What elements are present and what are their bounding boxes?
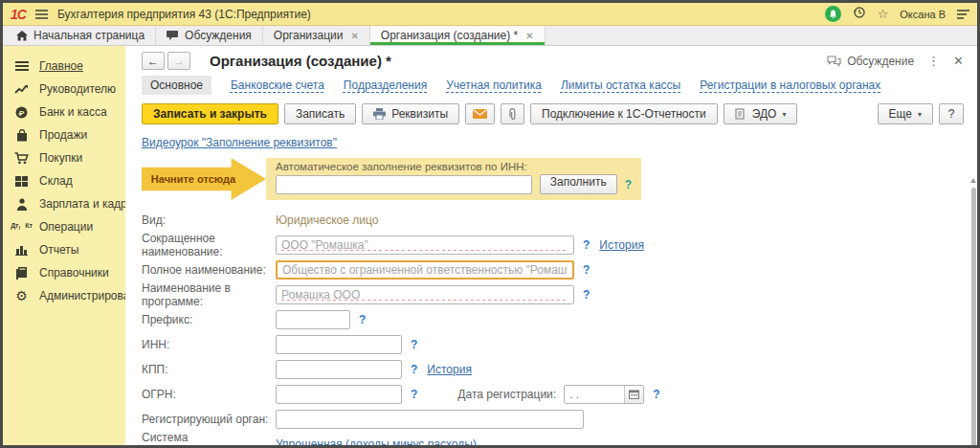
- sidebar-item-warehouse[interactable]: Склад: [3, 169, 125, 192]
- title-bar: 1С Бухгалтерия предприятия 43 (1С:Предпр…: [3, 3, 977, 26]
- user-name[interactable]: Оксана В: [900, 9, 946, 20]
- help-question-icon[interactable]: ?: [411, 338, 417, 351]
- tab-accounting-policy[interactable]: Учетная политика: [446, 78, 542, 92]
- field-row-kind: Вид: Юридическое лицо: [142, 208, 964, 233]
- edo-button[interactable]: ЭДО ▾: [724, 103, 798, 124]
- field-row-reg-organ: Регистрирующий орган:: [142, 407, 964, 432]
- form-content: ← → Организация (создание) * Обсуждение …: [125, 46, 977, 445]
- inn-autofill-label: Автоматическое заполнение реквизитов по …: [276, 161, 632, 172]
- history-icon[interactable]: [853, 6, 866, 23]
- full-name-input[interactable]: [276, 260, 574, 280]
- 1c-logo: 1С: [11, 7, 26, 22]
- ogrn-input[interactable]: [276, 385, 402, 404]
- prefix-input[interactable]: [276, 310, 350, 329]
- tax-system-link[interactable]: Упрощенная (доходы минус расходы): [276, 437, 477, 445]
- page-title: Организация (создание) *: [210, 53, 391, 69]
- attachment-button[interactable]: [501, 103, 524, 124]
- help-question-icon[interactable]: ?: [625, 178, 632, 191]
- sidebar-item-administration[interactable]: ⚙ Администрирование: [3, 284, 125, 307]
- edo-icon: [735, 108, 746, 120]
- tab-home[interactable]: Начальная страница: [6, 26, 156, 45]
- inn-autofill-input[interactable]: [276, 175, 532, 194]
- favorites-star-icon[interactable]: ☆: [878, 8, 889, 20]
- help-question-icon[interactable]: ?: [411, 363, 417, 376]
- service-menu-icon[interactable]: [957, 10, 969, 19]
- sidebar-item-directories[interactable]: Справочники: [3, 261, 125, 284]
- calendar-icon[interactable]: [624, 386, 643, 403]
- shopping-bag-icon: [13, 129, 30, 142]
- envelope-icon: [473, 109, 487, 119]
- chevron-down-icon: ▾: [782, 110, 786, 119]
- home-icon: [16, 31, 28, 41]
- bar-chart-icon: [13, 244, 30, 256]
- kpp-history-link[interactable]: История: [427, 363, 472, 376]
- sidebar-item-purchases[interactable]: Покупки: [3, 146, 125, 169]
- help-question-icon[interactable]: ?: [411, 388, 417, 401]
- sidebar-item-reports[interactable]: Отчеты: [3, 238, 125, 261]
- tab-close-icon[interactable]: ✕: [350, 31, 358, 41]
- sidebar-item-bank-cash[interactable]: Р Банк и касса: [3, 101, 125, 123]
- field-row-ogrn: ОГРН: ? Дата регистрации: ?: [142, 382, 964, 407]
- sidebar-item-main[interactable]: Главное: [3, 55, 125, 78]
- more-button[interactable]: Еще ▾: [878, 103, 933, 124]
- tab-organizations[interactable]: Организации ✕: [263, 26, 370, 45]
- short-name-history-link[interactable]: История: [599, 238, 644, 252]
- help-button[interactable]: ?: [939, 103, 964, 124]
- program-name-input[interactable]: [276, 285, 574, 304]
- tab-departments[interactable]: Подразделения: [344, 78, 427, 92]
- help-question-icon[interactable]: ?: [583, 288, 590, 302]
- cart-icon: [13, 152, 30, 165]
- section-tabs: Основное Банковские счета Подразделения …: [142, 76, 964, 95]
- short-name-input[interactable]: [276, 235, 574, 255]
- help-question-icon[interactable]: ?: [359, 313, 366, 326]
- requisites-button[interactable]: Реквизиты: [362, 103, 459, 124]
- fill-button[interactable]: Заполнить: [540, 174, 617, 194]
- sidebar-item-operations[interactable]: Дт/ Кт Операции: [3, 215, 125, 238]
- tab-organization-create[interactable]: Организация (создание) * ✕: [370, 26, 546, 45]
- start-here-arrow: Начните отсюда: [142, 158, 266, 200]
- field-row-full-name: Полное наименование: ?: [142, 258, 964, 282]
- svg-text:Р: Р: [19, 108, 25, 117]
- back-button[interactable]: ←: [142, 52, 165, 70]
- field-row-tax-system: Система налогообложения: Упрощенная (дох…: [142, 432, 964, 445]
- notifications-bell-icon[interactable]: [825, 6, 841, 22]
- connect-1c-reporting-button[interactable]: Подключение к 1С-Отчетности: [530, 103, 718, 124]
- app-window: 1С Бухгалтерия предприятия 43 (1С:Предпр…: [0, 0, 980, 448]
- tab-tax-registrations[interactable]: Регистрации в налоговых органах: [700, 78, 880, 92]
- window-tab-bar: Начальная страница Обсуждения Организаци…: [3, 26, 977, 46]
- field-row-short-name: Сокращенное наименование: ? История: [142, 233, 964, 258]
- inn-autofill-panel: Автоматическое заполнение реквизитов по …: [266, 158, 641, 200]
- save-button[interactable]: Записать: [284, 103, 356, 124]
- field-row-inn: ИНН: ?: [142, 332, 964, 357]
- email-button[interactable]: [465, 103, 495, 124]
- registration-date-input[interactable]: [565, 386, 624, 403]
- sidebar-item-salary-hr[interactable]: Зарплата и кадры: [3, 192, 125, 215]
- tab-close-icon[interactable]: ✕: [525, 31, 533, 41]
- inn-input[interactable]: [276, 335, 402, 354]
- registering-authority-input[interactable]: [276, 410, 584, 429]
- form-toolbar: Записать и закрыть Записать Реквизиты По…: [142, 103, 964, 124]
- kpp-input[interactable]: [276, 360, 402, 379]
- sidebar-item-sales[interactable]: Продажи: [3, 123, 125, 146]
- discussion-button[interactable]: Обсуждение: [827, 55, 914, 68]
- forward-button[interactable]: →: [167, 52, 190, 70]
- tab-bank-accounts[interactable]: Банковские счета: [231, 78, 324, 92]
- main-menu-icon[interactable]: [35, 10, 48, 19]
- tab-main-section[interactable]: Основное: [142, 76, 212, 95]
- sidebar-item-manager[interactable]: Руководителю: [3, 78, 125, 101]
- help-question-icon[interactable]: ?: [653, 388, 659, 401]
- vertical-scrollbar[interactable]: [971, 188, 976, 445]
- help-question-icon[interactable]: ?: [583, 238, 590, 252]
- tab-cash-limits[interactable]: Лимиты остатка кассы: [561, 78, 680, 92]
- chat-icon: [167, 31, 179, 41]
- app-title: Бухгалтерия предприятия 43 (1С:Предприят…: [57, 8, 311, 21]
- more-menu-icon[interactable]: ⋮: [927, 54, 940, 68]
- video-tutorial-link[interactable]: Видеоурок "Заполнение реквизитов": [142, 136, 337, 149]
- tab-discussions[interactable]: Обсуждения: [156, 26, 263, 45]
- help-question-icon[interactable]: ?: [583, 263, 590, 277]
- close-form-icon[interactable]: ✕: [953, 54, 964, 68]
- save-and-close-button[interactable]: Записать и закрыть: [142, 103, 278, 124]
- scrollbar-up-arrow[interactable]: [970, 178, 976, 183]
- organization-form: Вид: Юридическое лицо Сокращенное наимен…: [142, 208, 964, 445]
- registration-date-field: [564, 385, 644, 404]
